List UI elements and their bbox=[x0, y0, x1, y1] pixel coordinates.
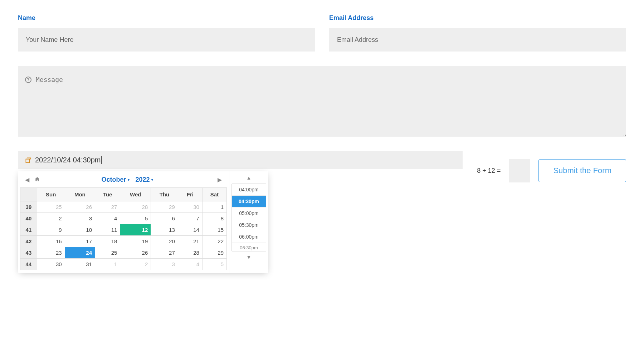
calendar-day[interactable]: 24 bbox=[65, 247, 95, 259]
week-number: 39 bbox=[20, 201, 37, 213]
calendar-grid: SunMonTueWedThuFriSat 392526272829301402… bbox=[20, 187, 227, 270]
calendar-day[interactable]: 2 bbox=[120, 259, 151, 270]
email-label: Email Address bbox=[329, 14, 626, 22]
name-label: Name bbox=[18, 14, 315, 22]
datetime-picker: ◀ October▼ 2022▼ ▶ SunMonTueWedThuFriSat… bbox=[18, 171, 268, 273]
calendar-day[interactable]: 28 bbox=[178, 247, 202, 259]
time-list: 04:00pm04:30pm05:00pm05:30pm06:00pm06:30… bbox=[231, 184, 266, 251]
prev-month-button[interactable]: ◀ bbox=[23, 176, 31, 184]
next-month-button[interactable]: ▶ bbox=[215, 176, 224, 184]
calendar-day[interactable]: 4 bbox=[178, 259, 202, 270]
time-scroll-up[interactable]: ▲ bbox=[231, 174, 266, 181]
weeknum-header bbox=[20, 188, 37, 201]
calendar-day[interactable]: 25 bbox=[95, 247, 120, 259]
calendar-day[interactable]: 2 bbox=[37, 213, 65, 224]
submit-button[interactable]: Submit the Form bbox=[538, 159, 626, 182]
calendar-day[interactable]: 28 bbox=[120, 201, 151, 213]
name-input[interactable] bbox=[18, 28, 315, 52]
calendar-day[interactable]: 3 bbox=[151, 259, 178, 270]
calendar-day[interactable]: 23 bbox=[37, 247, 65, 259]
time-option[interactable]: 05:00pm bbox=[232, 207, 266, 219]
calendar-day[interactable]: 11 bbox=[95, 224, 120, 236]
calendar-day[interactable]: 7 bbox=[178, 213, 202, 224]
calendar-day[interactable]: 26 bbox=[120, 247, 151, 259]
calendar-day[interactable]: 27 bbox=[95, 201, 120, 213]
week-number: 41 bbox=[20, 224, 37, 236]
help-icon[interactable]: ? bbox=[25, 77, 31, 83]
calendar-day[interactable]: 4 bbox=[95, 213, 120, 224]
calendar-day[interactable]: 30 bbox=[178, 201, 202, 213]
day-header: Thu bbox=[151, 188, 178, 201]
calendar-day[interactable]: 17 bbox=[65, 236, 95, 247]
week-number: 42 bbox=[20, 236, 37, 247]
calendar-day[interactable]: 6 bbox=[151, 213, 178, 224]
calendar-day[interactable]: 25 bbox=[37, 201, 65, 213]
message-textarea[interactable] bbox=[18, 66, 626, 137]
day-header: Tue bbox=[95, 188, 120, 201]
day-header: Mon bbox=[65, 188, 95, 201]
calendar-day[interactable]: 8 bbox=[202, 213, 226, 224]
calendar-day[interactable]: 14 bbox=[178, 224, 202, 236]
time-scroll-down[interactable]: ▼ bbox=[231, 254, 266, 261]
captcha-input[interactable] bbox=[509, 159, 530, 182]
captcha-question: 8 + 12 = bbox=[477, 167, 501, 175]
calendar-day[interactable]: 29 bbox=[151, 201, 178, 213]
datetime-input[interactable]: 2022/10/24 04:30pm bbox=[18, 151, 463, 169]
time-panel: ▲ 04:00pm04:30pm05:00pm05:30pm06:00pm06:… bbox=[229, 171, 268, 273]
calendar-day[interactable]: 16 bbox=[37, 236, 65, 247]
calendar-day[interactable]: 21 bbox=[178, 236, 202, 247]
week-number: 44 bbox=[20, 259, 37, 270]
calendar-day[interactable]: 18 bbox=[95, 236, 120, 247]
calendar-day[interactable]: 1 bbox=[95, 259, 120, 270]
time-option[interactable]: 04:30pm bbox=[232, 196, 266, 207]
calendar-day[interactable]: 12 bbox=[120, 224, 151, 236]
calendar-day[interactable]: 31 bbox=[65, 259, 95, 270]
calendar-day[interactable]: 22 bbox=[202, 236, 226, 247]
calendar-day[interactable]: 5 bbox=[202, 259, 226, 270]
week-number: 40 bbox=[20, 213, 37, 224]
month-selector[interactable]: October▼ bbox=[102, 176, 131, 184]
calendar-day[interactable]: 15 bbox=[202, 224, 226, 236]
calendar-day[interactable]: 1 bbox=[202, 201, 226, 213]
datetime-value: 2022/10/24 04:30pm bbox=[35, 156, 102, 164]
today-button[interactable] bbox=[34, 176, 40, 184]
calendar-day[interactable]: 19 bbox=[120, 236, 151, 247]
day-header: Fri bbox=[178, 188, 202, 201]
calendar-day[interactable]: 20 bbox=[151, 236, 178, 247]
year-selector[interactable]: 2022▼ bbox=[135, 176, 154, 184]
caret-down-icon: ▼ bbox=[127, 178, 131, 182]
calendar-day[interactable]: 29 bbox=[202, 247, 226, 259]
calendar-day[interactable]: 13 bbox=[151, 224, 178, 236]
calendar-day[interactable]: 27 bbox=[151, 247, 178, 259]
week-number: 43 bbox=[20, 247, 37, 259]
time-option[interactable]: 04:00pm bbox=[232, 184, 266, 196]
calendar-day[interactable]: 5 bbox=[120, 213, 151, 224]
day-header: Wed bbox=[120, 188, 151, 201]
caret-down-icon: ▼ bbox=[151, 178, 154, 182]
day-header: Sun bbox=[37, 188, 65, 201]
day-header: Sat bbox=[202, 188, 226, 201]
calendar-panel: ◀ October▼ 2022▼ ▶ SunMonTueWedThuFriSat… bbox=[18, 171, 229, 273]
email-input[interactable] bbox=[329, 28, 626, 52]
calendar-day[interactable]: 10 bbox=[65, 224, 95, 236]
calendar-day[interactable]: 3 bbox=[65, 213, 95, 224]
calendar-day[interactable]: 9 bbox=[37, 224, 65, 236]
calendar-day[interactable]: 26 bbox=[65, 201, 95, 213]
time-option[interactable]: 05:30pm bbox=[232, 219, 266, 231]
calendar-icon bbox=[24, 156, 32, 164]
time-option[interactable]: 06:00pm bbox=[232, 231, 266, 243]
time-option[interactable]: 06:30pm bbox=[232, 243, 266, 251]
calendar-day[interactable]: 30 bbox=[37, 259, 65, 270]
